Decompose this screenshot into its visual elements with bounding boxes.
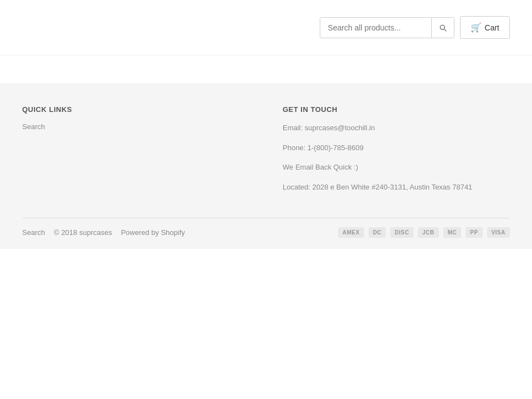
contact-email: Email: suprcases@toochill.in [283,122,510,134]
quick-link-search[interactable]: Search [22,122,249,131]
search-input[interactable] [320,18,431,38]
footer-copyright: © 2018 suprcases [54,228,112,237]
payment-icon-mastercard: MC [443,227,462,238]
cart-button[interactable]: 🛒 Cart [460,16,510,39]
search-form [320,17,454,38]
get-in-touch-column: GET IN TOUCH Email: suprcases@toochill.i… [283,105,510,201]
payment-icon-discover: DISC [390,227,413,238]
site-footer: QUICK LINKS Search GET IN TOUCH Email: s… [0,83,532,249]
contact-phone: Phone: 1-(800)-785-8609 [283,142,510,154]
quick-links-column: QUICK LINKS Search [22,105,249,201]
payment-icon-jcb: JCB [418,227,439,238]
get-in-touch-title: GET IN TOUCH [283,105,510,114]
cart-icon: 🛒 [470,22,482,33]
contact-email-response: We Email Back Quick :) [283,162,510,173]
header-right: 🛒 Cart [320,16,510,39]
footer-columns: QUICK LINKS Search GET IN TOUCH Email: s… [22,105,510,201]
main-content [0,55,532,83]
payment-icon-amex: AMEX [338,227,364,238]
footer-bottom: Search © 2018 suprcases Powered by Shopi… [22,218,510,238]
footer-powered-link[interactable]: Powered by Shopify [121,228,185,237]
search-icon [438,23,447,32]
payment-icon-paypal: PP [466,227,482,238]
payment-icons: AMEX DC DISC JCB MC PP VISA [338,227,510,238]
payment-icon-visa: VISA [487,227,510,238]
contact-address: Located: 2028 e Ben White #240-3131, Aus… [283,182,510,193]
cart-label: Cart [485,23,499,32]
quick-links-title: QUICK LINKS [22,105,249,114]
footer-bottom-left: Search © 2018 suprcases Powered by Shopi… [22,228,185,237]
footer-search-link[interactable]: Search [22,228,45,237]
site-header: 🛒 Cart [0,0,532,55]
payment-icon-diners: DC [369,227,386,238]
search-button[interactable] [431,18,454,38]
